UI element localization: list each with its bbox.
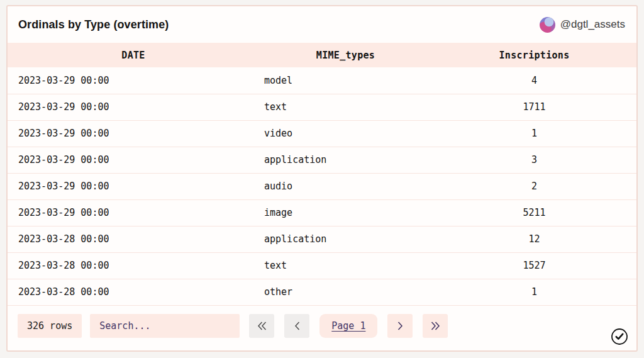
cell-mime: application	[259, 226, 432, 252]
table-row: 2023-03-29 00:00 text 1711	[8, 94, 636, 120]
author-handle[interactable]: @dgtl_assets	[560, 18, 625, 31]
column-header-mime-types: MIME_types	[259, 43, 432, 67]
cell-inscriptions: 12	[432, 226, 636, 252]
double-chevron-right-icon	[430, 321, 441, 331]
cell-date: 2023-03-29 00:00	[8, 173, 259, 199]
table-header: DATE MIME_types Inscriptions	[8, 43, 636, 67]
double-chevron-left-icon	[257, 321, 267, 331]
table-row: 2023-03-29 00:00 application 3	[8, 147, 636, 173]
author-profile[interactable]: @dgtl_assets	[540, 17, 625, 33]
table-footer: 326 rows Page 1	[8, 306, 636, 351]
cell-date: 2023-03-29 00:00	[8, 199, 259, 226]
previous-page-button[interactable]	[284, 314, 309, 338]
table-row: 2023-03-29 00:00 audio 2	[8, 173, 636, 199]
cell-mime: audio	[259, 173, 432, 199]
last-page-button[interactable]	[423, 314, 448, 338]
query-result-card: Ordinals by Type (overtime) @dgtl_assets…	[6, 5, 638, 352]
table-row: 2023-03-29 00:00 image 5211	[8, 199, 636, 226]
cell-inscriptions: 1711	[432, 94, 636, 120]
cell-date: 2023-03-29 00:00	[8, 94, 259, 120]
cell-mime: other	[259, 279, 432, 305]
cell-mime: application	[259, 147, 432, 173]
column-header-date: DATE	[8, 43, 259, 67]
cell-inscriptions: 2	[432, 173, 636, 199]
table-row: 2023-03-28 00:00 text 1527	[8, 252, 636, 279]
table-row: 2023-03-29 00:00 video 1	[8, 120, 636, 147]
cell-date: 2023-03-29 00:00	[8, 67, 259, 94]
cell-inscriptions: 3	[432, 147, 636, 173]
cell-inscriptions: 1527	[432, 252, 636, 279]
cell-inscriptions: 4	[432, 67, 636, 94]
results-table: DATE MIME_types Inscriptions 2023-03-29 …	[8, 43, 636, 306]
cell-date: 2023-03-28 00:00	[8, 279, 259, 305]
cell-inscriptions: 1	[432, 120, 636, 147]
page-title: Ordinals by Type (overtime)	[18, 18, 169, 31]
first-page-button[interactable]	[249, 314, 274, 338]
cell-mime: text	[259, 252, 432, 279]
cell-mime: model	[259, 67, 432, 94]
cell-inscriptions: 5211	[432, 199, 636, 226]
pagination: Page 1	[249, 314, 448, 338]
avatar	[540, 17, 555, 33]
card-header: Ordinals by Type (overtime) @dgtl_assets	[8, 6, 636, 43]
cell-date: 2023-03-28 00:00	[8, 252, 259, 279]
cell-inscriptions: 1	[432, 279, 636, 305]
table-row: 2023-03-29 00:00 model 4	[8, 67, 636, 94]
check-circle-icon	[611, 328, 628, 345]
search-input[interactable]	[90, 314, 240, 338]
table-row: 2023-03-28 00:00 application 12	[8, 226, 636, 252]
cell-mime: video	[259, 120, 432, 147]
page-indicator[interactable]: Page 1	[319, 314, 377, 338]
next-page-button[interactable]	[387, 314, 413, 338]
chevron-left-icon	[294, 321, 301, 331]
chevron-right-icon	[397, 321, 404, 331]
cell-date: 2023-03-29 00:00	[8, 120, 259, 147]
cell-mime: text	[259, 94, 432, 120]
done-check-button[interactable]	[611, 328, 628, 345]
cell-date: 2023-03-29 00:00	[8, 147, 259, 173]
row-count-badge: 326 rows	[18, 314, 82, 338]
cell-date: 2023-03-28 00:00	[8, 226, 259, 252]
cell-mime: image	[259, 199, 432, 226]
table-row: 2023-03-28 00:00 other 1	[8, 279, 636, 305]
column-header-inscriptions: Inscriptions	[432, 43, 636, 67]
